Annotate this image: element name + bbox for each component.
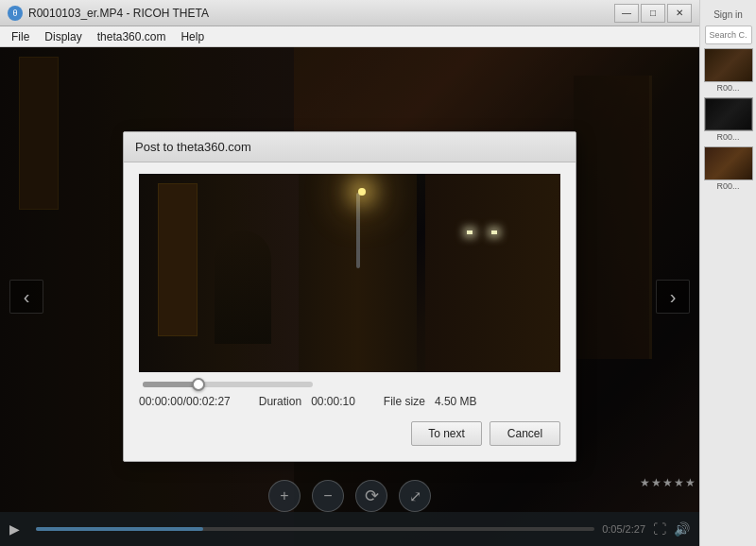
app-window: θ R0010103_er.MP4 - RICOH THETA — □ ✕ Fi…: [0, 0, 699, 546]
menu-display[interactable]: Display: [37, 28, 89, 45]
window-controls: — □ ✕: [614, 4, 692, 23]
thumb-image-1: [704, 48, 753, 82]
clip-slider-row: [139, 382, 560, 387]
search-input[interactable]: [705, 26, 752, 44]
right-sidebar: Sign in R00... R00... R00...: [699, 0, 756, 546]
video-preview: [139, 174, 560, 372]
thumb-label-3: R00...: [704, 180, 753, 192]
maximize-button[interactable]: □: [641, 4, 665, 23]
signin-text[interactable]: Sign in: [710, 8, 747, 22]
thumb-image-3: [704, 146, 753, 180]
clip-slider[interactable]: [143, 382, 313, 387]
to-next-button[interactable]: To next: [411, 421, 482, 446]
thumb-label-1: R00...: [704, 82, 753, 94]
preview-right: [425, 174, 560, 372]
dialog-overlay: Post to theta360.com: [0, 47, 699, 546]
thumb-label-2: R00...: [704, 131, 753, 143]
app-icon: θ: [8, 6, 23, 21]
dialog-title: Post to theta360.com: [124, 132, 576, 162]
thumbnail-3[interactable]: R00...: [704, 146, 753, 192]
car-lights: [467, 230, 497, 234]
window-title: R0010103_er.MP4 - RICOH THETA: [28, 7, 614, 20]
close-button[interactable]: ✕: [667, 4, 692, 23]
dialog-body: 00:00:00/00:02:27 Duration 00:00:10 File…: [124, 162, 576, 461]
menu-file[interactable]: File: [4, 28, 37, 45]
menu-bar: File Display theta360.com Help: [0, 26, 699, 47]
menu-theta360[interactable]: theta360.com: [90, 28, 174, 45]
filesize-label: File size 4.50 MB: [384, 395, 477, 408]
thumbnail-1[interactable]: R00...: [704, 48, 753, 94]
thumb-image-2: [704, 97, 753, 131]
slider-thumb[interactable]: [192, 378, 205, 391]
title-bar: θ R0010103_er.MP4 - RICOH THETA — □ ✕: [0, 0, 699, 26]
dialog-actions: To next Cancel: [139, 421, 560, 446]
minimize-button[interactable]: —: [614, 4, 639, 23]
thumbnail-2[interactable]: R00...: [704, 97, 753, 143]
preview-center: [299, 174, 417, 372]
duration-label: Duration 00:00:10: [259, 395, 355, 408]
cancel-button[interactable]: Cancel: [490, 421, 560, 446]
street-light: [358, 188, 366, 196]
timecode-display: 00:00:00/00:02:27: [139, 395, 231, 408]
preview-scene: [139, 174, 560, 372]
file-info-row: 00:00:00/00:02:27 Duration 00:00:10 File…: [139, 395, 560, 408]
post-dialog: Post to theta360.com: [123, 131, 576, 462]
car-light-right: [491, 230, 497, 234]
main-content: ‹ › + − ⟳ ⤢ ★ ★ ★ ★ ★: [0, 47, 699, 546]
car-light-left: [467, 230, 472, 234]
menu-help[interactable]: Help: [173, 28, 212, 45]
person-silhouette: [215, 230, 271, 344]
